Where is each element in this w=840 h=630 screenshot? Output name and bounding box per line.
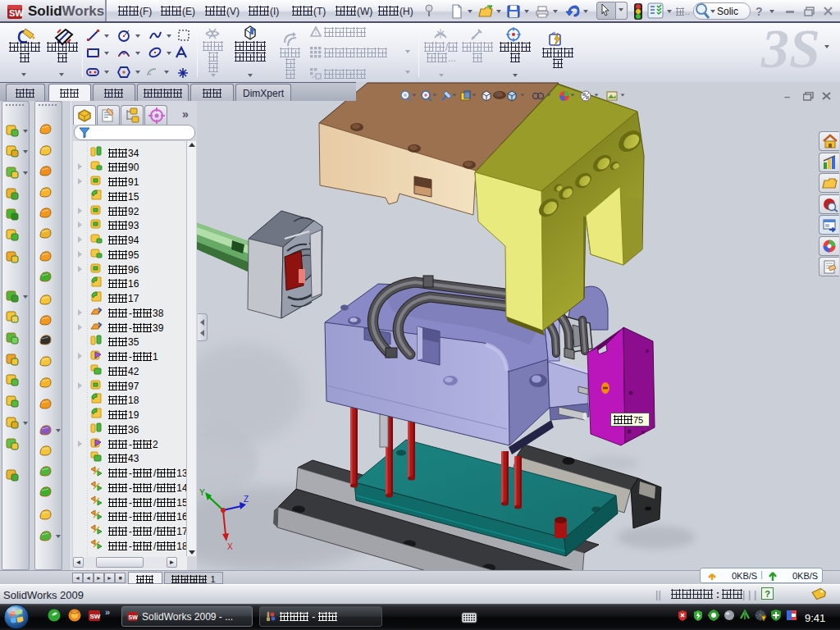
svg-text:SW: SW	[90, 613, 101, 620]
svg-text:X: X	[227, 542, 233, 551]
svg-text:Y: Y	[199, 488, 205, 497]
svg-text:SW: SW	[129, 614, 139, 620]
svg-text:Z: Z	[244, 495, 249, 504]
